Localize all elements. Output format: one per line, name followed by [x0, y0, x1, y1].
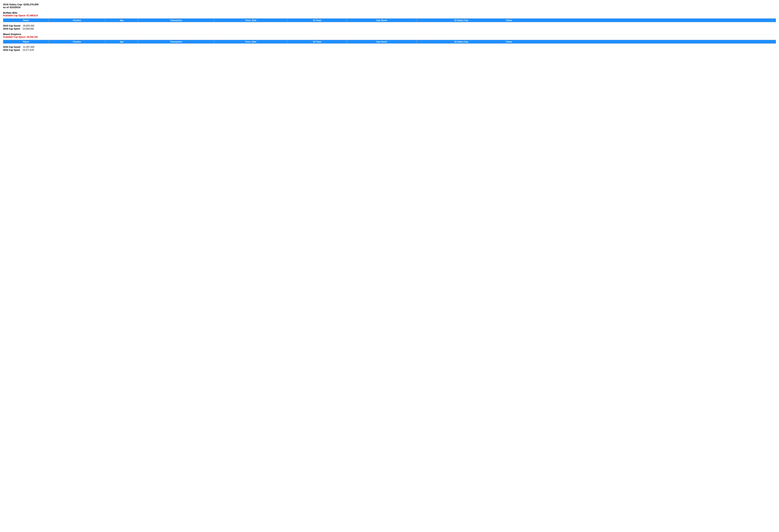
col-header-3: Transaction: [138, 18, 214, 22]
col-header-3: Transaction: [138, 40, 214, 44]
col-header-5: '15 Team: [287, 18, 347, 22]
cap-spent-label-0: 2016 Cap Spent 23,569,000: [3, 27, 776, 30]
cap-saved-label-0: 2016 Cap Saved 29,825,000: [3, 24, 776, 27]
col-header-4: Trans. Date: [214, 40, 287, 44]
cap-summary-1: 2016 Cap Saved 31,937,5002016 Cap Spent …: [3, 46, 776, 51]
available-cap-1: Available Cap Space: 19,202,161: [3, 36, 776, 38]
team-name-0: Buffalo Bills: [3, 11, 776, 14]
col-header-6: Cap Saved: [347, 18, 417, 22]
team-name-1: Miami Dolphins: [3, 33, 776, 36]
cap-spent-label-1: 2016 Cap Spent 23,277,876: [3, 49, 776, 51]
cap-saved-label-1: 2016 Cap Saved 31,937,500: [3, 46, 776, 48]
col-header-8: Notes: [505, 40, 776, 44]
col-header-5: '15 Team: [287, 40, 347, 44]
col-header-8: Notes: [505, 18, 776, 22]
col-header-7: '16 Salary Cap: [417, 18, 505, 22]
col-header-1: Position: [49, 40, 105, 44]
transactions-table-0: PlayerPositionAgeTransactionTrans. Date'…: [3, 18, 776, 22]
col-header-2: Age: [105, 18, 138, 22]
col-header-4: Trans. Date: [214, 18, 287, 22]
transactions-table-1: PlayerPositionAgeTransactionTrans. Date'…: [3, 40, 776, 44]
col-header-0: Player: [3, 18, 49, 22]
cap-summary-0: 2016 Cap Saved 29,825,0002016 Cap Spent …: [3, 24, 776, 30]
col-header-7: '16 Salary Cap: [417, 40, 505, 44]
col-header-6: Cap Saved: [347, 40, 417, 44]
col-header-1: Position: [49, 18, 105, 22]
available-cap-0: Available Cap Space: $7,489,614: [3, 14, 776, 17]
page-title: 2016 Salary Cap: $155,270,000: [3, 3, 776, 6]
page-subtitle: as of 3/23/2016: [3, 6, 776, 9]
col-header-2: Age: [105, 40, 138, 44]
col-header-0: Player: [3, 40, 49, 44]
